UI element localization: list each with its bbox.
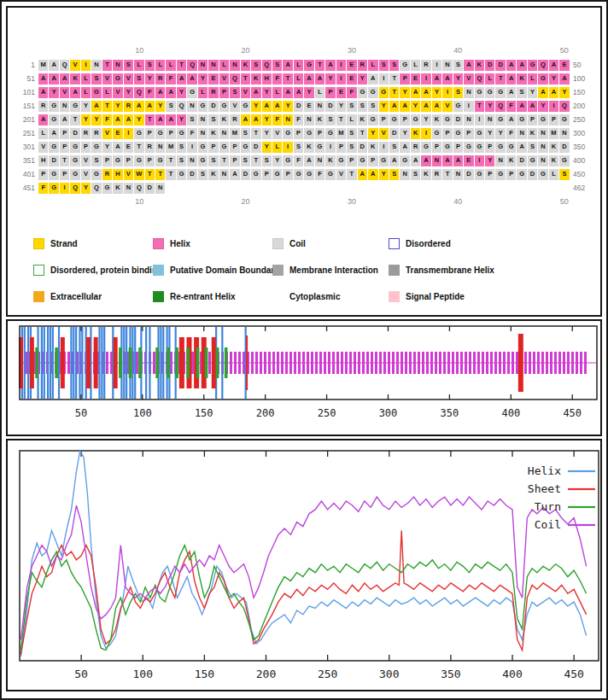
- residue-cell: G: [177, 169, 186, 180]
- residue-cell: F: [315, 169, 324, 180]
- residue-cell: Y: [379, 101, 389, 112]
- residue-cell: D: [208, 101, 218, 112]
- residue-cell: S: [241, 128, 250, 139]
- residue-cell: [453, 183, 463, 194]
- residue-cell: S: [177, 142, 186, 153]
- residue-cell: A: [38, 87, 48, 98]
- residue-cell: G: [528, 60, 537, 71]
- residue-cell: A: [315, 73, 324, 85]
- residue-cell: P: [60, 142, 69, 153]
- residue-cell: [411, 183, 420, 194]
- residue-cell: T: [389, 73, 399, 85]
- residue-cell: Y: [155, 101, 165, 112]
- residue-cell: W: [134, 169, 143, 180]
- residue-cell: [506, 183, 516, 194]
- report-image: 1020304050 1MAQVINTNSLSLLTQNNLNKSQSALGTA…: [0, 0, 608, 700]
- residue-cell: S: [347, 128, 356, 139]
- residue-cell: I: [432, 60, 441, 71]
- row-end-number: 462: [570, 184, 593, 192]
- residue-cell: L: [81, 87, 91, 98]
- residue-cell: T: [166, 169, 175, 180]
- residue-cell: Q: [538, 60, 547, 71]
- residue-cell: Y: [262, 114, 272, 125]
- residue-cell: P: [145, 128, 155, 139]
- sequence-row: 151RGNGYATYRAAYSQNGDGVGYAAYDENDYSSSYAAYA…: [15, 99, 593, 113]
- ruler-number: 20: [242, 46, 250, 55]
- row-start-number: 401: [15, 170, 38, 178]
- residue-cell: G: [315, 142, 324, 153]
- residue-cell: N: [464, 114, 473, 125]
- residue-cell: K: [219, 114, 229, 125]
- residue-cell: P: [145, 155, 155, 166]
- residue-cell: L: [368, 60, 377, 71]
- residue-cell: E: [559, 60, 569, 71]
- residue-cell: N: [124, 183, 133, 194]
- residue-cell: P: [166, 128, 175, 139]
- residue-cell: P: [102, 155, 112, 166]
- residue-cell: G: [49, 142, 58, 153]
- residue-cell: G: [358, 155, 367, 166]
- residue-cell: K: [241, 60, 250, 71]
- residue-cell: L: [315, 87, 324, 98]
- residue-cell: I: [283, 142, 292, 153]
- residue-cell: Y: [272, 155, 282, 166]
- residue-cell: [389, 183, 399, 194]
- sequence-annotation-panel: 1020304050 1MAQVINTNSLSLLTQNNLNKSQSALGTA…: [6, 6, 602, 317]
- residue-cell: N: [198, 128, 208, 139]
- legend-item: Signal Peptide: [389, 291, 600, 302]
- residue-cell: A: [411, 155, 420, 166]
- svg-text:150: 150: [195, 668, 214, 680]
- residue-cell: [187, 183, 196, 194]
- residue-cell: I: [475, 155, 484, 166]
- residue-cell: K: [208, 128, 218, 139]
- residue-cell: F: [38, 183, 48, 194]
- residue-cell: G: [219, 142, 229, 153]
- sequence-row: 1MAQVINTNSLSLLTQNNLNKSQSALGTAIERLSSGLRIN…: [15, 58, 593, 72]
- residue-cell: N: [219, 128, 229, 139]
- residue-cell: S: [230, 87, 239, 98]
- residue-cell: K: [315, 114, 324, 125]
- residue-cell: K: [421, 169, 430, 180]
- residue-cell: A: [368, 169, 377, 180]
- residue-cell: R: [155, 73, 165, 85]
- residue-cell: G: [155, 128, 165, 139]
- svg-text:250: 250: [318, 407, 336, 419]
- residue-cell: A: [155, 87, 165, 98]
- residue-cell: G: [368, 114, 377, 125]
- residue-cell: G: [91, 87, 101, 98]
- residue-cell: Y: [124, 87, 133, 98]
- residue-cell: S: [347, 101, 356, 112]
- residue-cell: G: [336, 155, 346, 166]
- residue-cell: Y: [262, 142, 272, 153]
- residue-cell: Y: [145, 73, 155, 85]
- sequence-row: 51AAAKLSVGVSYRFAAYEVQTKHFTLAAYIEYAITPEIA…: [15, 72, 593, 85]
- residue-cell: Y: [81, 114, 91, 125]
- residue-cell: P: [506, 169, 516, 180]
- residue-cell: G: [272, 169, 282, 180]
- residue-cell: N: [559, 128, 569, 139]
- residue-cell: D: [485, 60, 494, 71]
- residue-cell: I: [549, 101, 558, 112]
- residue-cell: T: [315, 60, 324, 71]
- residue-cell: P: [368, 155, 377, 166]
- residue-cell: Y: [198, 73, 208, 85]
- residue-cell: A: [38, 114, 48, 125]
- residue-cell: Y: [485, 155, 494, 166]
- residue-cell: G: [198, 142, 208, 153]
- residue-cell: L: [166, 60, 175, 71]
- residue-cell: S: [411, 169, 420, 180]
- residue-cell: [294, 183, 303, 194]
- residue-cell: V: [60, 87, 69, 98]
- residue-cell: A: [49, 73, 58, 85]
- residue-cell: G: [538, 73, 547, 85]
- residue-cell: [219, 183, 229, 194]
- residue-cell: H: [262, 73, 272, 85]
- svg-text:Turn: Turn: [535, 500, 561, 513]
- residue-cell: A: [272, 101, 282, 112]
- residue-cell: D: [495, 60, 505, 71]
- residue-cell: V: [81, 155, 91, 166]
- residue-cell: Q: [134, 183, 143, 194]
- legend-label: Re-entrant Helix: [170, 292, 236, 301]
- residue-cell: A: [506, 60, 516, 71]
- legend-item: Disordered: [389, 238, 600, 249]
